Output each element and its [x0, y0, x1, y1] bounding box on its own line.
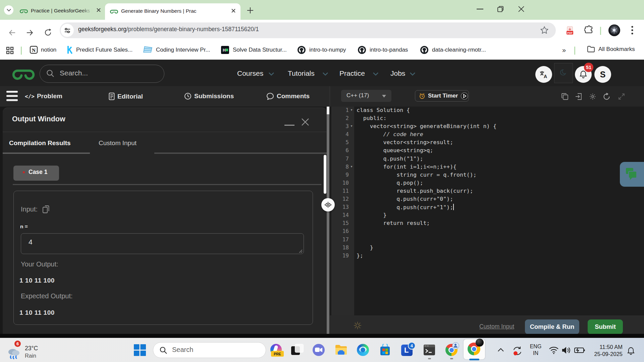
- code-line[interactable]: };: [357, 252, 642, 260]
- bookmark-intro-pandas[interactable]: intro-to-pandas: [358, 46, 408, 54]
- code-line[interactable]: string curr = q.front();: [357, 172, 642, 180]
- submit-button[interactable]: Submit: [588, 319, 623, 334]
- tray-chevron-icon[interactable]: [498, 348, 504, 352]
- url-text[interactable]: geeksforgeeks.org/problems/generate-bina…: [78, 26, 259, 33]
- import-code-icon[interactable]: [575, 93, 582, 100]
- reload-button[interactable]: [44, 28, 52, 37]
- apps-grid-icon[interactable]: [6, 47, 14, 54]
- left-scrollbar-thumb[interactable]: [324, 155, 326, 194]
- wifi-icon[interactable]: [549, 346, 559, 354]
- code-lines[interactable]: class Solution { public: vector<string> …: [357, 107, 642, 260]
- start-button[interactable]: [134, 344, 146, 356]
- hamburger-menu-icon[interactable]: [6, 91, 18, 101]
- compile-run-button[interactable]: Compile & Run: [525, 319, 579, 334]
- clock-app-icon[interactable]: L 4: [401, 344, 414, 356]
- extensions-puzzle-icon[interactable]: [584, 25, 594, 35]
- start-timer-button[interactable]: Start Timer: [415, 90, 469, 102]
- tray-clock[interactable]: 11:50 AM25-09-2025: [589, 344, 623, 358]
- code-line[interactable]: queue<string>q;: [357, 147, 642, 155]
- taskbar-search[interactable]: Search: [153, 342, 266, 358]
- copy-input-icon[interactable]: [42, 205, 50, 214]
- tab-close-icon[interactable]: [231, 8, 236, 13]
- divider-drag-handle[interactable]: [321, 198, 335, 212]
- minimize-output-icon[interactable]: [284, 125, 294, 126]
- fullscreen-icon[interactable]: [618, 93, 625, 100]
- code-line[interactable]: q.push(curr+"1");: [357, 204, 642, 212]
- translate-button[interactable]: A: [535, 66, 552, 83]
- code-line[interactable]: q.push(curr+"0");: [357, 196, 642, 204]
- forward-button[interactable]: [26, 29, 34, 37]
- bookmark-coding-interview[interactable]: Coding Interview Pr...: [143, 46, 210, 54]
- file-explorer-icon[interactable]: [335, 344, 347, 356]
- nav-practice[interactable]: Practice: [339, 69, 365, 77]
- bookmarks-overflow-chevron[interactable]: »: [562, 46, 566, 54]
- code-line[interactable]: q.pop();: [357, 180, 642, 188]
- chat-icon[interactable]: [313, 344, 325, 356]
- store-icon[interactable]: [379, 344, 391, 356]
- bookmark-data-cleaning[interactable]: data-cleaning-rmotr...: [420, 46, 486, 54]
- code-line[interactable]: }: [357, 212, 642, 220]
- bookmark-kaggle[interactable]: Predict Future Sales...: [67, 46, 132, 54]
- pdf-extension-icon[interactable]: PDF: [566, 26, 575, 35]
- chrome-active-icon[interactable]: [464, 339, 485, 359]
- update-sync-icon[interactable]: [511, 345, 524, 357]
- tab-close-icon[interactable]: [96, 7, 101, 13]
- bookmark-star-icon[interactable]: [540, 26, 549, 35]
- case-input-textarea[interactable]: 4: [21, 233, 304, 254]
- tab-search-button[interactable]: [4, 5, 13, 15]
- browser-tab-practice[interactable]: Practice | GeeksforGeeks | A com: [16, 3, 104, 20]
- code-line[interactable]: [357, 228, 642, 236]
- bookmark-intro-numpy[interactable]: intro-to-numpy: [297, 46, 346, 54]
- theme-sun-icon[interactable]: [353, 321, 362, 330]
- terminal-icon[interactable]: [423, 344, 436, 356]
- tab-comments[interactable]: Comments: [266, 93, 310, 100]
- browser-avatar[interactable]: [608, 24, 620, 36]
- edge-icon[interactable]: [357, 344, 369, 356]
- bookmark-hackerrank[interactable]: H Solve Data Structur...: [221, 46, 287, 54]
- battery-icon[interactable]: [574, 347, 585, 354]
- nav-courses[interactable]: Courses: [237, 69, 263, 77]
- code-line[interactable]: // code here: [357, 131, 642, 139]
- code-line[interactable]: class Solution {: [357, 107, 642, 115]
- reset-code-icon[interactable]: [603, 93, 611, 101]
- browser-menu-icon[interactable]: [631, 25, 633, 35]
- tab-problem[interactable]: </> Problem: [25, 93, 62, 100]
- code-line[interactable]: result.push_back(curr);: [357, 188, 642, 196]
- bookmark-notion[interactable]: N notion: [30, 46, 56, 54]
- gfg-logo[interactable]: [11, 67, 36, 80]
- profile-avatar[interactable]: S: [594, 66, 611, 83]
- site-settings-icon[interactable]: [61, 24, 74, 37]
- weather-widget[interactable]: 6 23°C Rain: [5, 339, 59, 361]
- tab-custom-input[interactable]: Custom Input: [99, 139, 137, 147]
- tray-language[interactable]: ENGIN: [529, 343, 542, 357]
- settings-gear-icon[interactable]: [589, 93, 596, 100]
- gfg-search-box[interactable]: [40, 65, 164, 83]
- copy-code-icon[interactable]: [561, 93, 569, 100]
- code-line[interactable]: return result;: [357, 220, 642, 228]
- tab-submissions[interactable]: Submissions: [184, 93, 234, 100]
- assistant-tab[interactable]: [620, 162, 644, 187]
- textarea-resize-handle[interactable]: [299, 249, 303, 253]
- back-button[interactable]: [8, 29, 16, 37]
- task-view-icon[interactable]: [291, 344, 304, 356]
- browser-tab-active[interactable]: Generate Binary Numbers | Prac: [105, 3, 240, 20]
- window-restore-button[interactable]: [497, 6, 503, 12]
- tray-bell-icon[interactable]: [627, 347, 635, 355]
- code-line[interactable]: }: [357, 244, 642, 252]
- new-tab-button[interactable]: [247, 7, 254, 14]
- close-output-icon[interactable]: [301, 118, 310, 126]
- code-line[interactable]: q.push("1");: [357, 156, 642, 164]
- code-line[interactable]: public:: [357, 115, 642, 123]
- window-close-button[interactable]: [518, 6, 524, 12]
- code-line[interactable]: [357, 236, 642, 244]
- language-select[interactable]: C++ (17): [341, 90, 391, 102]
- case-chip[interactable]: Case 1: [13, 166, 59, 181]
- copilot-icon[interactable]: PRE: [270, 344, 282, 356]
- tab-compilation-results[interactable]: Compilation Results: [9, 139, 71, 147]
- nav-tutorials[interactable]: Tutorials: [288, 69, 315, 77]
- code-line[interactable]: for(int i=1;i<=n;i++){: [357, 164, 642, 172]
- custom-input-link[interactable]: Custom Input: [479, 323, 514, 330]
- tab-editorial[interactable]: Editorial: [109, 93, 143, 100]
- code-line[interactable]: vector<string> generateBinary(int n) {: [357, 123, 642, 131]
- code-line[interactable]: vector<string>result;: [357, 139, 642, 147]
